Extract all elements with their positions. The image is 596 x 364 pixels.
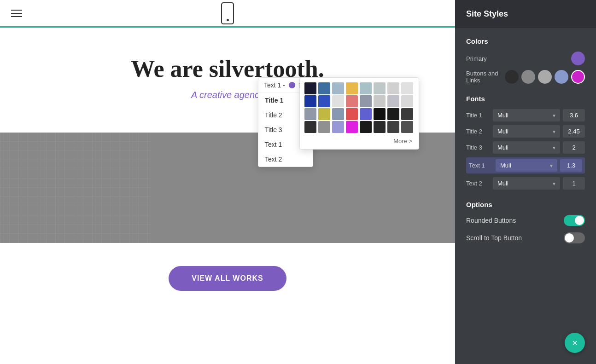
button-swatches: [505, 70, 585, 84]
color-more-button[interactable]: More >: [304, 138, 414, 144]
color-swatch[interactable]: [318, 121, 330, 133]
color-swatch[interactable]: [401, 121, 413, 133]
side-panel: Site Styles Colors Primary Buttons and L…: [455, 0, 596, 364]
cta-section: VIEW ALL WORKS: [0, 243, 455, 314]
panel-title: Site Styles: [466, 9, 508, 18]
panel-header: Site Styles: [455, 0, 596, 28]
toggle-knob: [575, 216, 584, 225]
color-grid: [304, 82, 414, 133]
primary-color-swatch[interactable]: [571, 52, 585, 65]
btn-swatch-1[interactable]: [505, 70, 519, 84]
color-swatch[interactable]: [374, 82, 386, 94]
dropdown-item-text2[interactable]: Text 2: [258, 152, 313, 167]
font-select-wrapper-text2: Muli ▼: [493, 177, 560, 190]
color-swatch[interactable]: [346, 121, 358, 133]
font-row-text2: Text 2 Muli ▼: [466, 177, 585, 190]
color-swatch[interactable]: [332, 82, 344, 94]
font-select-wrapper-title3: Muli ▼: [493, 141, 560, 154]
font-select-wrapper-title2: Muli ▼: [493, 125, 560, 138]
font-label-text2: Text 2: [466, 180, 490, 187]
fonts-section-title: Fonts: [466, 95, 585, 103]
font-size-text2[interactable]: [563, 177, 585, 190]
font-label-title1: Title 1: [466, 112, 490, 119]
color-swatch[interactable]: [374, 121, 386, 133]
toggle-knob: [565, 233, 574, 243]
color-swatch[interactable]: [360, 95, 372, 107]
panel-close-button[interactable]: ×: [565, 333, 585, 353]
scroll-to-top-label: Scroll to Top Button: [466, 234, 564, 242]
close-icon: ×: [572, 338, 578, 348]
color-swatch[interactable]: [304, 95, 316, 107]
image-1: [0, 133, 152, 243]
font-row-title1: Title 1 Muli ▼: [466, 109, 585, 121]
color-swatch[interactable]: [304, 108, 316, 120]
font-select-title3[interactable]: Muli: [493, 141, 560, 154]
color-swatch[interactable]: [346, 95, 358, 107]
toolbar: [0, 0, 455, 28]
scroll-to-top-toggle[interactable]: [564, 232, 585, 243]
scroll-to-top-row: Scroll to Top Button: [466, 232, 585, 243]
color-swatch[interactable]: [304, 121, 316, 133]
font-size-text1[interactable]: [560, 159, 582, 172]
color-swatch[interactable]: [304, 82, 316, 94]
color-swatch[interactable]: [387, 121, 399, 133]
btn-swatch-3[interactable]: [538, 70, 552, 84]
color-swatch[interactable]: [374, 95, 386, 107]
font-row-title2: Title 2 Muli ▼: [466, 125, 585, 138]
rounded-buttons-row: Rounded Buttons: [466, 215, 585, 226]
panel-body: Colors Primary Buttons and Links Fonts: [455, 28, 596, 364]
color-swatch[interactable]: [346, 108, 358, 120]
font-select-text2[interactable]: Muli: [493, 177, 560, 190]
buttons-links-label: Buttons and Links: [466, 70, 505, 84]
font-label-text1: Text 1: [469, 162, 493, 169]
color-swatch[interactable]: [401, 82, 413, 94]
color-swatch[interactable]: [332, 121, 344, 133]
color-swatch[interactable]: [360, 121, 372, 133]
btn-swatch-5[interactable]: [571, 70, 585, 84]
colors-section-title: Colors: [466, 37, 585, 45]
colors-section: Colors Primary Buttons and Links: [466, 37, 585, 84]
font-size-title3[interactable]: [563, 141, 585, 154]
font-select-wrapper-text1: Muli ▼: [496, 159, 557, 172]
buttons-links-row: Buttons and Links: [466, 70, 585, 84]
view-all-works-button[interactable]: VIEW ALL WORKS: [169, 266, 286, 291]
options-section: Options Rounded Buttons Scroll to Top Bu…: [466, 201, 585, 243]
fonts-section: Fonts Title 1 Muli ▼ Title 2 Muli ▼: [466, 95, 585, 190]
color-swatch[interactable]: [332, 108, 344, 120]
color-swatch[interactable]: [318, 95, 330, 107]
color-swatch[interactable]: [318, 82, 330, 94]
font-label-title3: Title 3: [466, 144, 490, 151]
font-select-wrapper-title1: Muli ▼: [493, 109, 560, 121]
phone-icon: [221, 2, 234, 24]
color-picker-popup: More >: [299, 77, 419, 150]
hamburger-menu[interactable]: [11, 10, 22, 17]
color-dot: [289, 82, 295, 88]
btn-swatch-4[interactable]: [555, 70, 568, 84]
color-swatch[interactable]: [387, 108, 399, 120]
color-swatch[interactable]: [387, 82, 399, 94]
color-swatch[interactable]: [346, 82, 358, 94]
color-swatch[interactable]: [401, 108, 413, 120]
color-swatch[interactable]: [318, 108, 330, 120]
font-size-title2[interactable]: [563, 125, 585, 138]
color-swatch[interactable]: [360, 82, 372, 94]
rounded-buttons-toggle[interactable]: [564, 215, 585, 226]
dropdown-label: Text 1 -: [264, 81, 285, 89]
btn-swatch-2[interactable]: [521, 70, 535, 84]
font-row-title3: Title 3 Muli ▼: [466, 141, 585, 154]
color-swatch[interactable]: [374, 108, 386, 120]
color-swatch[interactable]: [360, 108, 372, 120]
primary-color-label: Primary: [466, 55, 571, 62]
font-label-title2: Title 2: [466, 128, 490, 135]
color-swatch[interactable]: [387, 95, 399, 107]
font-row-text1: Text 1 Muli ▼: [466, 157, 585, 173]
phone-dot: [227, 19, 229, 21]
font-select-text1[interactable]: Muli: [496, 159, 557, 172]
font-size-title1[interactable]: [563, 109, 585, 121]
rounded-buttons-label: Rounded Buttons: [466, 217, 564, 224]
color-swatch[interactable]: [401, 95, 413, 107]
main-canvas: We are silvertooth. A creative agency VI…: [0, 0, 455, 364]
font-select-title1[interactable]: Muli: [493, 109, 560, 121]
color-swatch[interactable]: [332, 95, 344, 107]
font-select-title2[interactable]: Muli: [493, 125, 560, 138]
